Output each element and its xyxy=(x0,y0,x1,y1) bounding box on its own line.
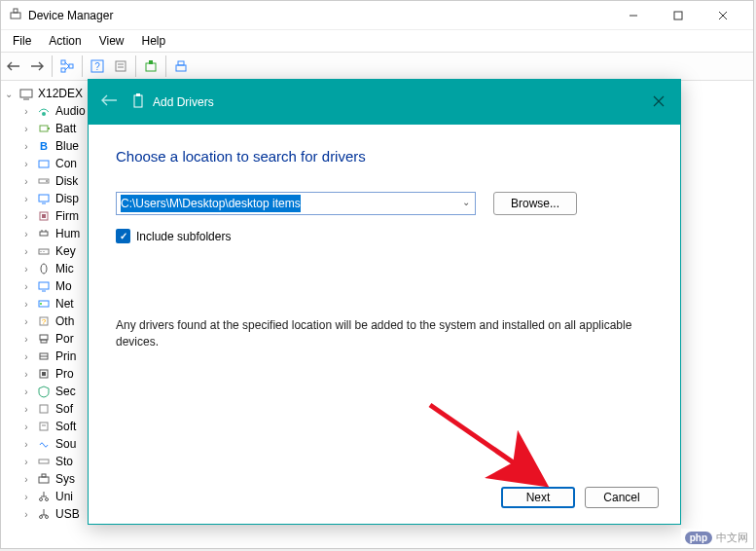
chevron-right-icon: › xyxy=(20,194,32,204)
svg-rect-66 xyxy=(134,95,142,107)
svg-point-22 xyxy=(42,112,46,116)
tree-item-label: Blue xyxy=(55,139,79,153)
titlebar: Device Manager xyxy=(1,1,753,30)
tree-view-button[interactable] xyxy=(56,55,78,77)
device-category-icon xyxy=(36,506,52,522)
menu-view[interactable]: View xyxy=(91,32,132,50)
chevron-right-icon: › xyxy=(20,404,32,415)
forward-button[interactable] xyxy=(26,55,48,77)
svg-rect-32 xyxy=(42,214,46,218)
svg-rect-1 xyxy=(14,9,18,13)
chevron-right-icon: › xyxy=(20,422,32,432)
computer-icon xyxy=(18,86,34,101)
svg-rect-17 xyxy=(149,60,153,64)
menubar: File Action View Help xyxy=(1,30,753,52)
scan-hardware-button[interactable] xyxy=(170,55,192,77)
window-title: Device Manager xyxy=(28,9,113,22)
device-category-icon xyxy=(36,401,52,417)
tree-item-label: Prin xyxy=(55,349,76,363)
chevron-right-icon: › xyxy=(20,439,32,450)
tree-item-label: Por xyxy=(55,332,74,346)
browse-button[interactable]: Browse... xyxy=(493,192,577,215)
device-category-icon xyxy=(36,454,52,469)
device-category-icon xyxy=(36,419,52,434)
chevron-down-icon: ⌄ xyxy=(3,89,15,99)
svg-rect-29 xyxy=(39,195,49,202)
device-category-icon xyxy=(36,331,52,347)
svg-point-60 xyxy=(40,498,43,501)
chevron-right-icon: › xyxy=(20,386,32,397)
chevron-right-icon: › xyxy=(20,351,32,362)
menu-file[interactable]: File xyxy=(5,32,39,50)
tree-item-label: Disp xyxy=(55,192,79,205)
device-category-icon xyxy=(36,278,52,294)
chevron-right-icon: › xyxy=(20,124,32,134)
tree-item-label: Mo xyxy=(55,279,72,293)
cancel-button[interactable]: Cancel xyxy=(585,487,659,508)
dialog-title: Add Drivers xyxy=(153,95,214,109)
tree-item-label: Firm xyxy=(55,209,79,223)
chevron-right-icon: › xyxy=(20,141,32,152)
svg-rect-40 xyxy=(39,282,49,289)
svg-rect-67 xyxy=(136,93,140,96)
svg-point-63 xyxy=(40,516,43,519)
tree-item-label: Sto xyxy=(55,455,73,468)
tree-item-label: Sou xyxy=(55,437,76,451)
svg-rect-47 xyxy=(41,340,47,343)
device-category-icon xyxy=(36,103,52,119)
help-button[interactable]: ? xyxy=(87,55,108,77)
svg-rect-6 xyxy=(61,60,65,64)
next-button[interactable]: Next xyxy=(501,487,575,508)
back-button[interactable] xyxy=(3,55,24,77)
tree-item-label: USB xyxy=(55,507,80,521)
menu-help[interactable]: Help xyxy=(134,32,174,50)
device-category-icon xyxy=(36,471,52,487)
chevron-right-icon: › xyxy=(20,176,32,187)
svg-rect-57 xyxy=(42,474,46,477)
chevron-right-icon: › xyxy=(20,246,32,257)
maximize-button[interactable] xyxy=(656,1,701,30)
tree-item-label: Audio xyxy=(55,104,86,118)
include-subfolders-label: Include subfolders xyxy=(136,230,231,243)
svg-line-10 xyxy=(65,66,69,70)
include-subfolders-checkbox[interactable]: ✓ xyxy=(116,229,130,243)
update-driver-button[interactable] xyxy=(140,55,162,77)
dialog-back-button[interactable] xyxy=(100,93,118,111)
tree-item-label: Disk xyxy=(55,174,78,188)
driver-icon xyxy=(131,93,145,112)
close-button[interactable] xyxy=(701,1,745,30)
properties-button[interactable] xyxy=(110,55,131,77)
device-category-icon xyxy=(36,226,52,241)
svg-rect-53 xyxy=(40,422,48,430)
menu-action[interactable]: Action xyxy=(41,32,89,50)
svg-line-9 xyxy=(65,62,69,66)
tree-item-label: Mic xyxy=(55,262,74,276)
dialog-header: Add Drivers xyxy=(89,80,680,125)
tree-item-label: Sec xyxy=(55,385,76,398)
path-combobox[interactable]: C:\Users\M\Desktop\desktop items ⌄ xyxy=(116,192,476,215)
dialog-heading: Choose a location to search for drivers xyxy=(116,148,653,165)
minimize-button[interactable] xyxy=(611,1,656,30)
svg-rect-24 xyxy=(48,128,50,129)
device-category-icon xyxy=(36,384,52,399)
tree-item-label: Sof xyxy=(55,402,73,416)
add-drivers-dialog: Add Drivers Choose a location to search … xyxy=(88,79,681,525)
chevron-right-icon: › xyxy=(20,474,32,485)
device-category-icon xyxy=(36,349,52,364)
chevron-right-icon: › xyxy=(20,211,32,222)
path-input[interactable] xyxy=(116,192,476,215)
device-category-icon xyxy=(36,261,52,276)
tree-item-label: Net xyxy=(55,297,74,311)
chevron-right-icon: › xyxy=(20,509,32,520)
chevron-right-icon: › xyxy=(20,264,32,275)
app-icon xyxy=(9,7,22,23)
svg-rect-46 xyxy=(40,335,48,340)
svg-rect-7 xyxy=(61,68,65,72)
device-category-icon xyxy=(36,366,52,382)
svg-text:B: B xyxy=(40,140,48,152)
dialog-close-button[interactable] xyxy=(647,90,670,113)
svg-rect-23 xyxy=(40,126,48,131)
device-category-icon: ? xyxy=(36,313,52,329)
device-category-icon xyxy=(36,191,52,206)
tree-item-label: Soft xyxy=(55,420,76,433)
